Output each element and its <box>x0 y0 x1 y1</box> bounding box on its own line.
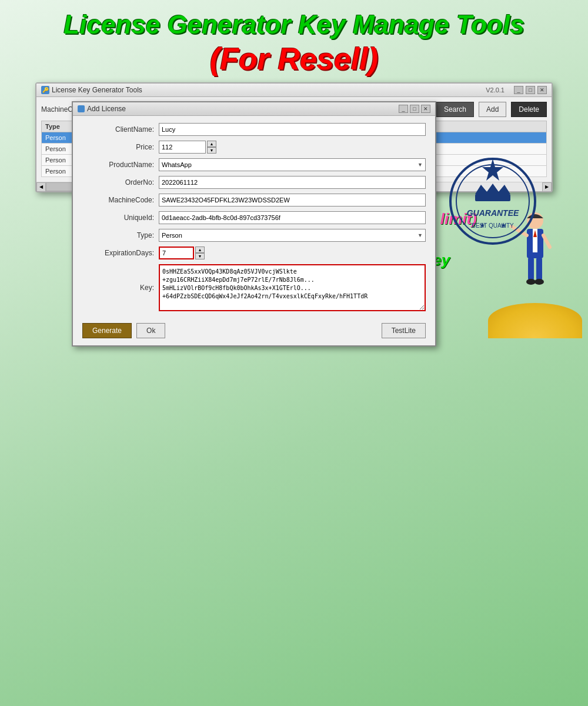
product-name-value: WhatsApp <box>162 161 192 168</box>
product-name-row: ProductName: WhatsApp ▼ <box>82 158 426 171</box>
titlebar-controls: _ □ ✕ <box>514 86 547 94</box>
price-down-button[interactable]: ▼ <box>207 147 216 154</box>
price-input[interactable] <box>159 141 206 154</box>
price-label: Price: <box>82 143 159 151</box>
minimize-button[interactable]: _ <box>514 86 523 94</box>
svg-point-16 <box>526 279 536 285</box>
type-dropdown-arrow-icon: ▼ <box>417 232 423 238</box>
svg-rect-14 <box>528 257 534 281</box>
product-name-label: ProductName: <box>82 161 159 169</box>
close-button[interactable]: ✕ <box>537 86 547 94</box>
expiration-spinner: ▲ ▼ <box>195 247 205 259</box>
svg-rect-3 <box>475 194 510 201</box>
machine-code-dialog-label: MachineCode: <box>82 196 159 204</box>
guarantee-badge: GUARANTEE ★ BEST QUALITY ★ <box>446 154 540 248</box>
price-spinner: ▲ ▼ <box>207 141 216 154</box>
unique-id-label: UniqueId: <box>82 214 159 222</box>
price-row: Price: ▲ ▼ <box>82 141 426 154</box>
expiration-up-button[interactable]: ▲ <box>195 247 205 253</box>
window-title: License Key Generator Tools <box>52 86 142 94</box>
svg-text:BEST QUALITY: BEST QUALITY <box>472 222 514 229</box>
expiration-down-button[interactable]: ▼ <box>195 253 205 259</box>
expiration-days-label: ExpirationDays: <box>82 249 159 257</box>
add-button[interactable]: Add <box>479 102 506 117</box>
dialog-body: ClientName: Price: ▲ ▼ ProductName: What… <box>73 116 435 323</box>
order-no-input[interactable] <box>159 176 426 189</box>
order-no-row: OrderNo: <box>82 176 426 189</box>
client-name-label: ClientName: <box>82 125 159 134</box>
main-window-titlebar: 🔑 License Key Generator Tools V2.0.1 _ □… <box>36 84 552 97</box>
dialog-titlebar: Add License _ □ ✕ <box>73 102 435 116</box>
svg-rect-15 <box>536 257 542 281</box>
type-row: Type: Person ▼ <box>82 229 426 242</box>
key-label: Key: <box>82 284 159 292</box>
titlebar-left: 🔑 License Key Generator Tools <box>41 86 142 94</box>
expiration-days-control: ▲ ▼ <box>159 247 205 259</box>
page-header: License Generator Key Manage Tools (For … <box>0 0 588 82</box>
generate-button[interactable]: Generate <box>82 323 132 338</box>
dialog-minimize-button[interactable]: _ <box>399 105 408 113</box>
unique-id-row: UniqueId: <box>82 211 426 224</box>
dialog-icon <box>78 105 85 112</box>
svg-point-17 <box>534 279 544 285</box>
restore-button[interactable]: □ <box>526 86 535 94</box>
dialog-titlebar-left: Add License <box>78 105 126 113</box>
header-title-line1: License Generator Key Manage Tools <box>12 11 576 39</box>
svg-marker-2 <box>482 159 503 181</box>
scroll-right-arrow[interactable]: ▶ <box>542 182 552 192</box>
svg-text:★: ★ <box>500 221 507 229</box>
client-name-input[interactable] <box>159 123 426 136</box>
type-value: Person <box>162 232 182 239</box>
svg-text:GUARANTEE: GUARANTEE <box>467 208 519 218</box>
type-select[interactable]: Person ▼ <box>159 229 426 242</box>
dialog-footer: Generate Ok TestLite <box>73 323 435 345</box>
unique-id-input[interactable] <box>159 211 426 224</box>
dropdown-arrow-icon: ▼ <box>417 162 423 168</box>
search-button[interactable]: Search <box>436 102 474 117</box>
client-name-row: ClientName: <box>82 123 426 136</box>
window-version: V2.0.1 <box>486 86 505 94</box>
dialog-controls: _ □ ✕ <box>399 105 430 113</box>
dialog-title: Add License <box>87 105 126 113</box>
machine-code-dialog-input[interactable] <box>159 194 426 207</box>
window-icon: 🔑 <box>41 86 49 94</box>
scroll-left-arrow[interactable]: ◀ <box>36 182 46 192</box>
key-row: Key: 0sHHZEaS5xxVOQp43KD8qAz05VJV0vcjWSl… <box>82 264 426 311</box>
price-up-button[interactable]: ▲ <box>207 141 216 147</box>
svg-line-13 <box>543 235 550 247</box>
product-name-select[interactable]: WhatsApp ▼ <box>159 158 426 171</box>
type-label: Type: <box>82 231 159 239</box>
key-textarea[interactable]: 0sHHZEaS5xxVOQp43KD8qAz05VJV0vcjWSlkte +… <box>159 264 426 311</box>
add-license-dialog: Add License _ □ ✕ ClientName: Price: ▲ ▼ <box>72 101 436 347</box>
dialog-restore-button[interactable]: □ <box>410 105 419 113</box>
ok-button[interactable]: Ok <box>136 323 165 338</box>
header-title-line2: (For Resell) <box>12 41 576 76</box>
delete-button[interactable]: Delete <box>511 102 547 117</box>
test-lite-button[interactable]: TestLite <box>382 323 426 338</box>
dialog-close-button[interactable]: ✕ <box>421 105 430 113</box>
expiration-days-input[interactable] <box>159 247 194 259</box>
order-no-label: OrderNo: <box>82 178 159 187</box>
main-window: 🔑 License Key Generator Tools V2.0.1 _ □… <box>35 82 553 192</box>
machine-code-dialog-row: MachineCode: <box>82 194 426 207</box>
expiration-days-row: ExpirationDays: ▲ ▼ <box>82 247 426 259</box>
